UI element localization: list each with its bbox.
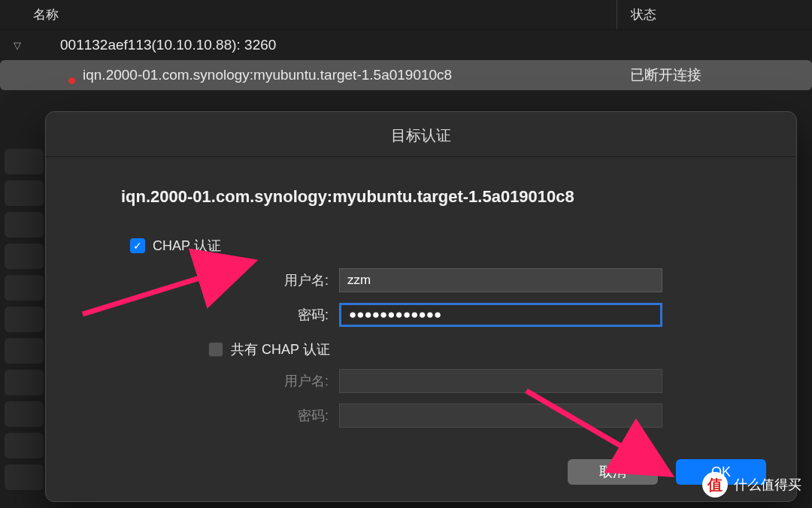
watermark-text: 什么值得买 — [734, 476, 801, 494]
list-item — [5, 433, 44, 458]
table-header: 名称 状态 — [0, 0, 812, 30]
list-item — [5, 149, 44, 174]
list-item — [5, 212, 44, 237]
list-item — [5, 338, 44, 364]
mutual-chap-label: 共有 CHAP 认证 — [231, 340, 330, 358]
watermark: 值 什么值得买 — [702, 472, 801, 497]
dialog-title: 目标认证 — [46, 112, 796, 157]
mutual-chap-checkbox[interactable] — [208, 342, 223, 357]
watermark-badge-icon: 值 — [702, 472, 728, 497]
chap-checkbox[interactable]: ✓ — [130, 238, 145, 253]
list-item — [5, 370, 44, 395]
dialog-iqn-label: iqn.2000-01.com.synology:myubuntu.target… — [121, 187, 736, 207]
column-name-header[interactable]: 名称 — [0, 6, 617, 23]
target-portal-row[interactable]: ▽ 001132aef113(10.10.10.88): 3260 — [0, 30, 812, 60]
cancel-button[interactable]: 取消 — [568, 459, 658, 485]
mutual-password-label: 密码: — [121, 407, 339, 425]
chap-label: CHAP 认证 — [153, 237, 221, 255]
mutual-username-label: 用户名: — [121, 372, 339, 390]
column-status-header[interactable]: 状态 — [617, 0, 812, 29]
mutual-password-input — [339, 404, 662, 428]
list-item — [5, 401, 44, 427]
portal-label: 001132aef113(10.10.10.88): 3260 — [60, 37, 812, 53]
monitor-disconnected-icon — [54, 68, 74, 83]
target-auth-dialog: 目标认证 iqn.2000-01.com.synology:myubuntu.t… — [45, 111, 797, 502]
monitor-icon — [32, 38, 51, 53]
mutual-username-input — [339, 369, 662, 393]
list-item — [5, 307, 44, 332]
target-status-label: 已断开连接 — [617, 65, 812, 85]
disclosure-triangle-icon[interactable]: ▽ — [14, 40, 21, 51]
list-item — [5, 243, 44, 269]
chap-auth-row[interactable]: ✓ CHAP 认证 — [130, 237, 736, 255]
password-input[interactable] — [339, 303, 662, 327]
mutual-chap-row[interactable]: 共有 CHAP 认证 — [208, 340, 736, 358]
password-label: 密码: — [121, 306, 339, 324]
list-item — [5, 180, 44, 206]
list-item — [5, 464, 44, 490]
target-iqn-label: iqn.2000-01.com.synology:myubuntu.target… — [83, 67, 617, 83]
list-item — [5, 275, 44, 301]
username-label: 用户名: — [121, 271, 339, 289]
username-input[interactable] — [339, 268, 662, 292]
target-row[interactable]: iqn.2000-01.com.synology:myubuntu.target… — [0, 60, 812, 90]
